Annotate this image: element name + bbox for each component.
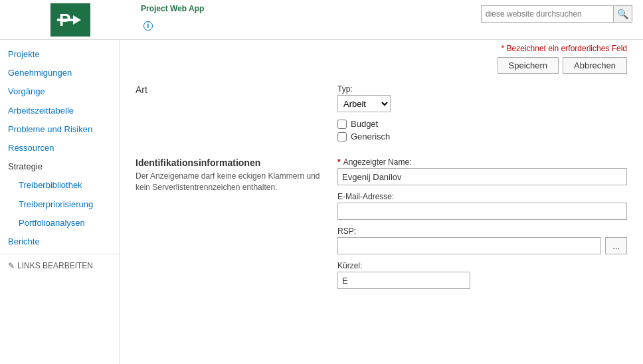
header-title-area: Project Web App i [130, 4, 481, 36]
sidebar-item-treiberbibliothek[interactable]: Treiberbibliothek [0, 176, 119, 195]
art-section-right: Typ: Arbeit Kosten Material Budget [337, 84, 627, 144]
browse-button[interactable]: ... [605, 237, 627, 254]
sidebar-item-vorgaenge[interactable]: Vorgänge [0, 82, 119, 101]
top-bar: P Project Web App i 🔍 [0, 0, 643, 40]
required-note-text: * Bezeichnet ein erforderliches Feld [502, 44, 627, 53]
search-input[interactable] [481, 5, 614, 23]
sidebar-item-strategie: Strategie [0, 157, 119, 176]
sidebar: Projekte Genehmigungen Vorgänge Arbeitsz… [0, 40, 120, 364]
rsp-input[interactable] [337, 237, 601, 254]
budget-label[interactable]: Budget [351, 119, 378, 129]
budget-checkbox[interactable] [337, 120, 347, 129]
display-name-label-row: * Angezeigter Name: [337, 157, 627, 167]
main-layout: Projekte Genehmigungen Vorgänge Arbeitsz… [0, 40, 643, 364]
action-buttons: Speichern Abbrechen [136, 57, 627, 74]
typ-label: Typ: [337, 84, 627, 94]
svg-rect-4 [57, 19, 73, 21]
links-edit-label: LINKS BEARBEITEN [17, 261, 93, 270]
generisch-checkbox[interactable] [337, 132, 347, 141]
sidebar-item-berichte[interactable]: Berichte [0, 232, 119, 251]
display-name-label: Angezeigter Name: [343, 157, 412, 167]
budget-checkbox-row: Budget [337, 119, 627, 129]
id-section-left: Identifikationsinformationen Der Anzeige… [136, 157, 322, 296]
art-section: Art Typ: Arbeit Kosten Material Budget [136, 84, 627, 144]
required-note: * Bezeichnet ein erforderliches Feld [136, 44, 627, 53]
pencil-icon: ✎ [8, 261, 15, 270]
id-section-desc: Der Anzeigename darf keine eckigen Klamm… [136, 171, 322, 193]
rsp-row: ... [337, 237, 627, 254]
save-button[interactable]: Speichern [498, 57, 559, 74]
rsp-field-row: RSP: ... [337, 227, 627, 254]
art-label: Art [136, 84, 322, 95]
id-section-right: * Angezeigter Name: E-Mail-Adresse: RSP:… [337, 157, 627, 296]
sidebar-item-portfolioanalysen[interactable]: Portfolioanalysen [0, 214, 119, 232]
page-heading: i [141, 15, 481, 36]
search-button[interactable]: 🔍 [614, 5, 632, 23]
sidebar-item-ressourcen[interactable]: Ressourcen [0, 139, 119, 157]
content-area: * Bezeichnet ein erforderliches Feld Spe… [120, 40, 643, 364]
typ-row: Arbeit Kosten Material [337, 95, 627, 112]
id-section-title: Identifikationsinformationen [136, 157, 322, 168]
id-section: Identifikationsinformationen Der Anzeige… [136, 157, 627, 296]
kuerzel-label: Kürzel: [337, 261, 627, 270]
kuerzel-input[interactable] [337, 272, 470, 289]
generisch-label[interactable]: Generisch [351, 132, 390, 141]
sidebar-item-arbeitszeittabelle[interactable]: Arbeitszeittabelle [0, 102, 119, 120]
sidebar-item-probleme[interactable]: Probleme und Risiken [0, 120, 119, 139]
kuerzel-field-row: Kürzel: [337, 261, 627, 289]
sidebar-links-edit[interactable]: ✎ LINKS BEARBEITEN [0, 257, 119, 274]
sidebar-item-projekte[interactable]: Projekte [0, 45, 119, 64]
generisch-checkbox-row: Generisch [337, 132, 627, 141]
svg-marker-3 [73, 15, 81, 25]
email-input[interactable] [337, 203, 627, 220]
sidebar-item-treiberpriorisierung[interactable]: Treiberpriorisierung [0, 195, 119, 214]
sidebar-divider [0, 254, 119, 254]
required-star: * [337, 157, 341, 167]
art-section-left: Art [136, 84, 322, 144]
cancel-button[interactable]: Abbrechen [563, 57, 627, 74]
app-logo: P [50, 3, 90, 37]
info-icon[interactable]: i [143, 21, 153, 31]
search-area: 🔍 [481, 5, 632, 23]
email-field-row: E-Mail-Adresse: [337, 192, 627, 220]
typ-field-row: Typ: Arbeit Kosten Material [337, 84, 627, 112]
display-name-input[interactable] [337, 168, 627, 185]
typ-select[interactable]: Arbeit Kosten Material [337, 95, 391, 112]
app-title: Project Web App [141, 4, 481, 13]
display-name-field-row: * Angezeigter Name: [337, 157, 627, 185]
email-label: E-Mail-Adresse: [337, 192, 627, 201]
logo-area: P [11, 3, 130, 37]
rsp-label: RSP: [337, 227, 627, 236]
sidebar-item-genehmigungen[interactable]: Genehmigungen [0, 64, 119, 82]
